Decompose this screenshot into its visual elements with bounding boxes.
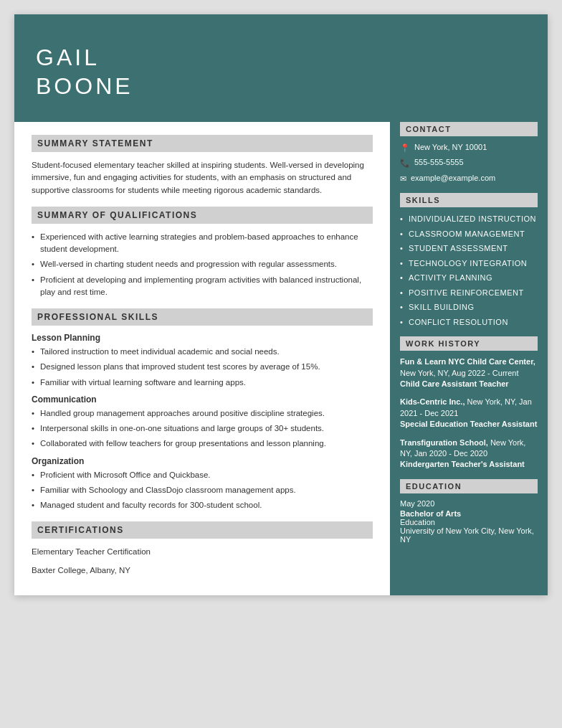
contact-header: CONTACT bbox=[400, 122, 538, 136]
skill-group-title-organization: Organization bbox=[32, 456, 373, 466]
work-title-1: Special Education Teacher Assistant bbox=[400, 419, 538, 430]
skill-item: Designed lesson plans that improved stud… bbox=[32, 361, 373, 373]
right-header-spacer bbox=[390, 14, 548, 115]
skill-list-organization: Proficient with Microsoft Office and Qui… bbox=[32, 469, 373, 512]
skill-list-lesson: Tailored instruction to meet individual … bbox=[32, 346, 373, 389]
skill-item: Proficient with Microsoft Office and Qui… bbox=[32, 469, 373, 481]
work-entry-1: Kids-Centric Inc., New York, NY, Jan 202… bbox=[400, 397, 538, 430]
skill-item: Collaborated with fellow teachers for gr… bbox=[32, 438, 373, 450]
contact-address-text: New York, NY 10001 bbox=[414, 142, 487, 153]
skill-list-communication: Handled group management approaches arou… bbox=[32, 407, 373, 450]
skill-item: STUDENT ASSESSMENT bbox=[400, 242, 538, 255]
phone-icon: 📞 bbox=[400, 158, 410, 169]
right-column: CONTACT 📍 New York, NY 10001 📞 555-555-5… bbox=[390, 14, 548, 595]
work-company-1: Kids-Centric Inc., New York, NY, Jan 202… bbox=[400, 397, 538, 419]
skill-item: POSITIVE REINFORCEMENT bbox=[400, 287, 538, 299]
edu-degree: Bachelor of Arts bbox=[400, 509, 538, 518]
edu-school: University of New York City, New York, N… bbox=[400, 526, 538, 544]
work-title-0: Child Care Assistant Teacher bbox=[400, 379, 538, 389]
work-company-bold-1: Kids-Centric Inc., bbox=[400, 397, 465, 406]
skill-item: INDIVIDUALIZED INSTRUCTION bbox=[400, 213, 538, 225]
work-company-bold-0: Fun & Learn NYC Child Care Center, bbox=[400, 357, 535, 366]
skill-group-organization: Organization Proficient with Microsoft O… bbox=[32, 456, 373, 512]
work-company-bold-2: Transfiguration School, bbox=[400, 438, 488, 447]
qualifications-list: Experienced with active learning strateg… bbox=[32, 231, 373, 298]
summary-statement-text: Student-focused elementary teacher skill… bbox=[32, 159, 373, 197]
contact-phone-text: 555-555-5555 bbox=[414, 157, 464, 168]
summary-statement-header: SUMMARY STATEMENT bbox=[32, 135, 373, 152]
header-block: GAIL BOONE bbox=[14, 14, 390, 122]
cert-item-0: Elementary Teacher Certification bbox=[32, 546, 373, 558]
last-name: BOONE bbox=[36, 72, 368, 100]
skills-header: SKILLS bbox=[400, 193, 538, 207]
edu-date: May 2020 bbox=[400, 499, 538, 508]
work-entry-2: Transfiguration School, New York, NY, Ja… bbox=[400, 438, 538, 471]
email-icon: ✉ bbox=[400, 174, 406, 184]
skill-item: Tailored instruction to meet individual … bbox=[32, 346, 373, 358]
applicant-name: GAIL BOONE bbox=[36, 43, 368, 100]
skill-item: SKILL BUILDING bbox=[400, 301, 538, 313]
skill-item: Handled group management approaches arou… bbox=[32, 407, 373, 420]
certifications-header: CERTIFICATIONS bbox=[32, 521, 373, 539]
right-content: CONTACT 📍 New York, NY 10001 📞 555-555-5… bbox=[390, 115, 548, 557]
skill-item: Familiar with virtual learning software … bbox=[32, 377, 373, 389]
skill-item: Interpersonal skills in one-on-one situa… bbox=[32, 422, 373, 435]
qualification-item: Experienced with active learning strateg… bbox=[32, 231, 373, 256]
edu-field: Education bbox=[400, 518, 538, 526]
skill-item: Managed student and faculty records for … bbox=[32, 499, 373, 511]
skill-item: ACTIVITY PLANNING bbox=[400, 272, 538, 284]
work-company-rest-0: New York, NY, Aug 2022 - Current bbox=[400, 369, 519, 377]
skill-group-title-communication: Communication bbox=[32, 394, 373, 405]
contact-address: 📍 New York, NY 10001 bbox=[400, 142, 538, 153]
skill-item: CLASSROOM MANAGEMENT bbox=[400, 228, 538, 240]
work-history-header: WORK HISTORY bbox=[400, 336, 538, 351]
contact-phone: 📞 555-555-5555 bbox=[400, 157, 538, 169]
skill-item: Familiar with Schoology and ClassDojo cl… bbox=[32, 484, 373, 496]
education-header: EDUCATION bbox=[400, 479, 538, 493]
skill-item: TECHNOLOGY INTEGRATION bbox=[400, 257, 538, 270]
left-content: SUMMARY STATEMENT Student-focused elemen… bbox=[14, 122, 390, 595]
contact-email-text: example@example.com bbox=[411, 173, 495, 184]
contact-email: ✉ example@example.com bbox=[400, 173, 538, 184]
skill-group-communication: Communication Handled group management a… bbox=[32, 394, 373, 450]
work-title-2: Kindergarten Teacher's Assistant bbox=[400, 459, 538, 470]
first-name: GAIL bbox=[36, 43, 368, 72]
summary-qualifications-header: SUMMARY OF QUALIFICATIONS bbox=[32, 207, 373, 224]
work-company-2: Transfiguration School, New York, NY, Ja… bbox=[400, 438, 538, 460]
work-entry-0: Fun & Learn NYC Child Care Center, New Y… bbox=[400, 356, 538, 389]
resume-wrapper: GAIL BOONE SUMMARY STATEMENT Student-foc… bbox=[14, 14, 548, 595]
left-column: GAIL BOONE SUMMARY STATEMENT Student-foc… bbox=[14, 14, 390, 595]
skill-item: CONFLICT RESOLUTION bbox=[400, 316, 538, 328]
qualification-item: Proficient at developing and implementin… bbox=[32, 274, 373, 299]
skills-list: INDIVIDUALIZED INSTRUCTION CLASSROOM MAN… bbox=[400, 213, 538, 328]
skill-group-title-lesson: Lesson Planning bbox=[32, 333, 373, 343]
work-company-0: Fun & Learn NYC Child Care Center, New Y… bbox=[400, 356, 538, 379]
skill-group-lesson: Lesson Planning Tailored instruction to … bbox=[32, 333, 373, 389]
qualification-item: Well-versed in charting student needs an… bbox=[32, 258, 373, 270]
professional-skills-header: PROFESSIONAL SKILLS bbox=[32, 308, 373, 326]
location-icon: 📍 bbox=[400, 143, 410, 153]
cert-item-1: Baxter College, Albany, NY bbox=[32, 564, 373, 577]
